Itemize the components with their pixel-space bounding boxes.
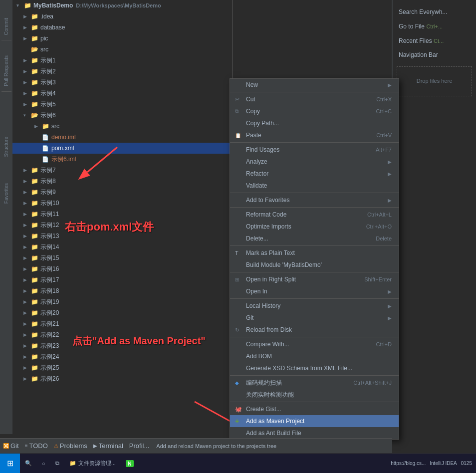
- menu-item-copy[interactable]: ⧉ Copy Ctrl+C: [230, 105, 399, 117]
- menu-item-new[interactable]: New ▶: [230, 79, 399, 91]
- create-gist-label: Create Gist...: [246, 406, 392, 413]
- tree-item-ex25[interactable]: ▶📁示例25: [12, 362, 232, 373]
- ex4-icon: 📁: [30, 89, 38, 97]
- separator-1: [230, 92, 399, 92]
- tree-item-ex17[interactable]: ▶📁示例17: [12, 274, 232, 285]
- menu-item-paste[interactable]: 📋 Paste Ctrl+V: [230, 129, 399, 141]
- menu-item-analyze[interactable]: Analyze ▶: [230, 156, 399, 168]
- menu-item-validate[interactable]: Validate: [230, 180, 399, 192]
- menu-item-code-scan[interactable]: ◆ 编码规约扫描 Ctrl+Alt+Shift+J: [230, 377, 399, 389]
- ex12-icon: 📁: [30, 221, 38, 229]
- pull-requests-tab[interactable]: Pull Requests: [2, 52, 10, 89]
- menu-item-cut[interactable]: ✂ Cut Ctrl+X: [230, 93, 399, 105]
- tree-item-ex1[interactable]: ▶📁示例1: [12, 55, 232, 66]
- taskbar-time: 0125: [461, 461, 472, 466]
- tree-item-demo-iml[interactable]: 📄 demo.iml: [12, 132, 232, 143]
- menu-item-open-in[interactable]: Open In ▶: [230, 285, 399, 297]
- todo-tab[interactable]: ≡ TODO: [22, 439, 51, 453]
- git-tab[interactable]: 🔀 Git: [0, 439, 22, 453]
- commit-tab[interactable]: Commit: [2, 15, 10, 38]
- drop-files-zone[interactable]: Drop files here: [397, 66, 472, 96]
- menu-item-add-maven[interactable]: + Add as Maven Project: [230, 415, 399, 427]
- sidebar-divider: [1, 40, 11, 40]
- tree-item-ex6[interactable]: ▾ 📂 示例6: [12, 110, 232, 121]
- tree-item-ex5[interactable]: ▶📁示例5: [12, 99, 232, 110]
- tree-root[interactable]: ▾ 📁 MyBatisDemo D:\MyWorkspaces\MyBatisD…: [12, 0, 232, 11]
- tree-item-ex15[interactable]: ▶📁示例15: [12, 252, 232, 263]
- tree-item-pic[interactable]: ▶ 📁 pic: [12, 33, 232, 44]
- right-panel: Search Everywh... Go to File Ctrl+... Re…: [392, 0, 476, 434]
- menu-item-delete[interactable]: Delete... Delete: [230, 233, 399, 244]
- open-right-shortcut: Shift+Enter: [364, 276, 392, 282]
- tree-item-ex19[interactable]: ▶📁示例19: [12, 296, 232, 307]
- tree-item-ex22[interactable]: ▶📁示例22: [12, 329, 232, 340]
- ex10-label: 示例10: [40, 199, 59, 208]
- menu-item-git[interactable]: Git ▶: [230, 312, 399, 324]
- file-tree[interactable]: ▾ 📁 MyBatisDemo D:\MyWorkspaces\MyBatisD…: [12, 0, 232, 434]
- menu-item-find-usages[interactable]: Find Usages Alt+F7: [230, 144, 399, 156]
- taskbar-app-n[interactable]: N: [121, 454, 139, 473]
- tree-item-ex11[interactable]: ▶📁示例11: [12, 209, 232, 220]
- favorites-tab[interactable]: Favorites: [2, 180, 10, 207]
- taskbar-file-explorer[interactable]: 📁 文件资源管理...: [64, 454, 121, 473]
- menu-item-open-right-split[interactable]: ⊞ Open in Right Split Shift+Enter: [230, 273, 399, 285]
- tree-item-ex7[interactable]: ▶📁示例7: [12, 165, 232, 176]
- tree-item-ex23[interactable]: ▶📁示例23: [12, 340, 232, 351]
- menu-item-add-ant[interactable]: Add as Ant Build File: [230, 427, 399, 439]
- idea-arrow: ▶: [23, 14, 30, 19]
- menu-item-mark-plain[interactable]: T Mark as Plain Text: [230, 247, 399, 259]
- recent-files-item[interactable]: Recent Files Ct...: [397, 34, 472, 48]
- tree-item-idea[interactable]: ▶ 📁 .idea: [12, 11, 232, 22]
- profiler-tab[interactable]: Profil...: [126, 439, 152, 453]
- menu-item-close-detection[interactable]: 关闭实时检测功能: [230, 389, 399, 401]
- go-to-file-item[interactable]: Go to File Ctrl+...: [397, 19, 472, 34]
- menu-item-optimize[interactable]: Optimize Imports Ctrl+Alt+O: [230, 221, 399, 233]
- menu-item-generate-xsd[interactable]: Generate XSD Schema from XML File...: [230, 362, 399, 374]
- tree-item-src[interactable]: 📂 src: [12, 44, 232, 55]
- tree-item-ex4[interactable]: ▶📁示例4: [12, 88, 232, 99]
- ex6-src-label: src: [51, 123, 59, 130]
- terminal-tab[interactable]: ▶ Terminal: [90, 439, 126, 453]
- menu-item-add-favorites[interactable]: Add to Favorites ▶: [230, 194, 399, 206]
- navigation-bar-item[interactable]: Navigation Bar: [397, 48, 472, 62]
- structure-tab[interactable]: Structure: [2, 134, 10, 160]
- tree-item-ex10[interactable]: ▶📁示例10: [12, 198, 232, 209]
- tree-item-ex16[interactable]: ▶📁示例16: [12, 263, 232, 274]
- tree-item-ex12[interactable]: ▶📁示例12: [12, 220, 232, 231]
- tree-item-ex9[interactable]: ▶📁示例9: [12, 187, 232, 198]
- tree-item-ex8[interactable]: ▶📁示例8: [12, 176, 232, 187]
- tree-item-ex2[interactable]: ▶📁示例2: [12, 66, 232, 77]
- menu-item-local-history[interactable]: Local History ▶: [230, 300, 399, 312]
- tree-item-ex26[interactable]: ▶📁示例26: [12, 373, 232, 384]
- tree-item-ex21[interactable]: ▶📁示例21: [12, 318, 232, 329]
- tree-item-ex3[interactable]: ▶📁示例3: [12, 77, 232, 88]
- search-everywhere-item[interactable]: Search Everywh...: [397, 5, 472, 19]
- tree-item-ex18[interactable]: ▶📁示例18: [12, 285, 232, 296]
- tree-item-database[interactable]: ▶ 📁 database: [12, 22, 232, 33]
- menu-item-copy-path[interactable]: Copy Path...: [230, 117, 399, 129]
- tree-item-pom-xml[interactable]: 📄 pom.xml: [12, 143, 232, 154]
- start-button[interactable]: ⊞: [0, 454, 20, 473]
- validate-label: Validate: [246, 182, 392, 189]
- menu-item-create-gist[interactable]: 🐙 Create Gist...: [230, 403, 399, 415]
- tree-item-ex6-src[interactable]: ▶ 📁 src: [12, 121, 232, 132]
- menu-item-build-module[interactable]: Build Module 'MyBatisDemo': [230, 259, 399, 271]
- tree-item-ex6-iml[interactable]: 📄 示例6.iml: [12, 154, 232, 165]
- menu-item-refactor[interactable]: Refactor ▶: [230, 168, 399, 180]
- taskbar-taskview[interactable]: ⧉: [50, 454, 64, 473]
- menu-item-compare[interactable]: Compare With... Ctrl+D: [230, 338, 399, 350]
- tree-item-ex13[interactable]: ▶📁示例13: [12, 231, 232, 241]
- tree-item-ex24[interactable]: ▶📁示例24: [12, 351, 232, 362]
- ex26-icon: 📁: [30, 375, 38, 383]
- problems-tab[interactable]: ⚠ Problems: [51, 439, 90, 453]
- menu-item-add-bom[interactable]: Add BOM: [230, 350, 399, 362]
- separator-8: [230, 337, 399, 337]
- optimize-label: Optimize Imports: [246, 223, 362, 230]
- taskbar-cortana[interactable]: ○: [37, 454, 50, 473]
- taskbar-search[interactable]: 🔍: [20, 454, 37, 473]
- menu-item-reformat[interactable]: Reformat Code Ctrl+Alt+L: [230, 209, 399, 221]
- tree-item-ex20[interactable]: ▶📁示例20: [12, 307, 232, 318]
- ex7-icon: 📁: [30, 166, 38, 174]
- tree-item-ex14[interactable]: ▶📁示例14: [12, 241, 232, 252]
- menu-item-reload[interactable]: ↻ Reload from Disk: [230, 324, 399, 336]
